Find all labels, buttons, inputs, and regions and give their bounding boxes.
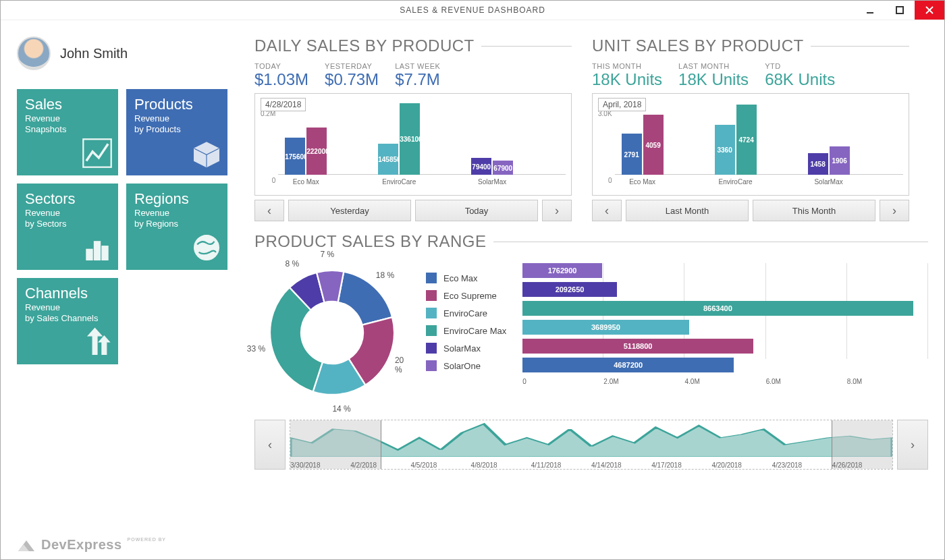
legend-item: Eco Supreme [426, 290, 506, 301]
avatar [17, 36, 51, 70]
category-label: SolarMax [468, 178, 516, 186]
tile-sub: Revenueby Sectors [25, 208, 110, 230]
timeline-range-selector[interactable]: 3/30/20184/2/20184/5/20184/8/20184/11/20… [290, 420, 893, 470]
svg-rect-1 [896, 7, 903, 13]
timeline-tick: 3/30/2018 [290, 461, 350, 469]
brand-tag: POWERED BY [128, 537, 166, 542]
close-button[interactable] [915, 1, 944, 20]
axis-tick: 4.0M [685, 378, 766, 385]
tile-sales[interactable]: Sales RevenueSnapshots [17, 89, 118, 175]
tile-regions[interactable]: Regions Revenueby Regions [126, 184, 227, 270]
user-block: John Smith [17, 36, 233, 70]
unit-prev-button[interactable]: ‹ [592, 200, 622, 221]
globe-icon [191, 232, 222, 266]
timeline-tick: 4/26/2018 [832, 461, 892, 469]
kpi-value: $0.73M [325, 70, 379, 89]
daily-date-badge: 4/28/2018 [261, 98, 306, 111]
legend-item: EnviroCare Max [426, 325, 506, 336]
timeline-tick: 4/5/2018 [410, 461, 470, 469]
kpi-value: $1.03M [254, 70, 308, 89]
tile-channels[interactable]: Channels Revenueby Sales Channels [17, 278, 118, 364]
donut-slice-label: 20 % [395, 356, 410, 374]
donut-slice-label: 14 % [332, 404, 350, 414]
category-label: SolarMax [805, 178, 853, 186]
tile-title: Products [134, 96, 219, 113]
tile-title: Channels [25, 285, 110, 302]
user-name: John Smith [60, 46, 128, 61]
legend-label: SolarMax [443, 343, 481, 354]
axis-tick: 2.0M [603, 378, 684, 385]
minimize-button[interactable] [855, 1, 885, 20]
bar: 3360 [715, 125, 735, 175]
tile-sectors[interactable]: Sectors Revenueby Sectors [17, 184, 118, 270]
unit-thismonth-button[interactable]: This Month [753, 200, 875, 221]
axis-tick: 0 [522, 378, 603, 385]
axis-tick: 8.0M [847, 378, 928, 385]
hbar: 2092650 [522, 282, 617, 297]
legend-item: SolarMax [426, 343, 506, 354]
tile-sub: RevenueSnapshots [25, 113, 110, 136]
donut-slice-label: 33 % [247, 344, 265, 354]
hbar: 1762900 [522, 263, 602, 278]
bar: 4059 [643, 115, 664, 175]
kpi-value: $7.7M [395, 70, 440, 89]
unit-lastmonth-button[interactable]: Last Month [626, 200, 749, 221]
timeline-tick: 4/8/2018 [471, 461, 531, 469]
arrows-icon [82, 327, 113, 360]
svg-rect-0 [867, 12, 873, 13]
kpi-label: LAST MONTH [678, 62, 749, 70]
daily-prev-button[interactable]: ‹ [254, 200, 284, 221]
range-hbar-chart: 1762900209265086634003689950511880046872… [522, 255, 928, 385]
tile-products[interactable]: Products Revenueby Products [126, 89, 227, 175]
legend-swatch [426, 325, 437, 336]
legend-swatch [426, 343, 437, 354]
kpi-label: THIS MONTH [592, 62, 662, 70]
timeline-tick: 4/23/2018 [772, 461, 832, 469]
timeline-next-button[interactable]: › [897, 420, 928, 470]
legend-label: Eco Max [443, 273, 478, 283]
daily-yesterday-button[interactable]: Yesterday [288, 200, 411, 221]
bar: 2791 [622, 134, 642, 175]
svg-point-6 [194, 235, 219, 260]
legend-swatch [426, 273, 437, 283]
hbar: 4687200 [522, 358, 734, 372]
bar: 222000 [306, 128, 327, 175]
timeline-tick: 4/14/2018 [591, 461, 651, 469]
bar: 1906 [830, 146, 850, 175]
window-title: SALES & REVENUE DASHBOARD [400, 5, 545, 15]
kpi-label: YESTERDAY [325, 62, 379, 70]
axis-tick: 6.0M [766, 378, 847, 385]
maximize-button[interactable] [885, 1, 915, 20]
legend-label: EnviroCare [443, 308, 487, 318]
daily-today-button[interactable]: Today [415, 200, 538, 221]
hbar: 3689950 [522, 320, 688, 335]
legend-swatch [426, 308, 437, 318]
legend-item: SolarOne [426, 360, 506, 371]
daily-next-button[interactable]: › [542, 200, 572, 221]
hbar: 8663400 [522, 301, 913, 316]
tile-title: Sales [25, 96, 110, 113]
bar: 175600 [285, 138, 305, 175]
kpi-label: YTD [765, 62, 835, 70]
timeline-tick: 4/2/2018 [350, 461, 410, 469]
timeline-prev-button[interactable]: ‹ [254, 420, 286, 470]
category-label: EnviroCare [712, 178, 759, 186]
donut-slice-label: 7 % [320, 250, 334, 259]
legend-item: EnviroCare [426, 308, 506, 318]
tile-sub: Revenueby Regions [134, 208, 219, 230]
bar: 79400 [471, 158, 491, 175]
kpi-label: TODAY [254, 62, 308, 70]
bar: 1458 [808, 153, 828, 175]
unit-next-button[interactable]: › [880, 200, 909, 221]
legend-swatch [426, 290, 437, 301]
legend-swatch [426, 360, 437, 371]
tile-sub: Revenueby Products [134, 113, 219, 136]
tile-title: Regions [134, 190, 219, 208]
timeline-tick: 4/20/2018 [711, 461, 772, 469]
kpi-value: 18K Units [678, 70, 749, 89]
legend-label: Eco Supreme [443, 291, 497, 301]
kpi-label: LAST WEEK [395, 62, 440, 70]
unit-title: UNIT SALES BY PRODUCT [592, 36, 804, 55]
brand-footer: DevExpress POWERED BY [17, 537, 166, 553]
kpi-value: 68K Units [765, 70, 835, 89]
